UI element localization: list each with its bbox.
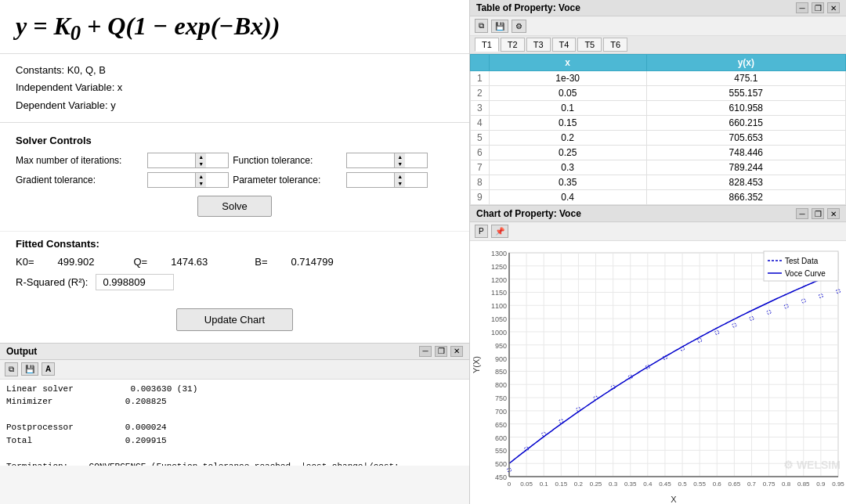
- func-tol-spinner[interactable]: ▲ ▼: [394, 153, 405, 167]
- svg-text:550: 550: [495, 447, 507, 455]
- table-minimize-btn[interactable]: ─: [796, 2, 808, 13]
- svg-text:850: 850: [495, 368, 507, 376]
- chart-minimize-btn[interactable]: ─: [796, 208, 808, 219]
- tab-t3[interactable]: T3: [526, 38, 551, 52]
- col-x-header: x: [489, 55, 646, 71]
- tab-t1[interactable]: T1: [475, 38, 499, 52]
- tab-t5[interactable]: T5: [577, 38, 602, 52]
- grad-tol-value[interactable]: 1e-10: [148, 173, 195, 187]
- grad-tol-up[interactable]: ▲: [196, 173, 206, 180]
- output-line-2: Minimizer 0.208825: [6, 395, 463, 409]
- chart-panel: Chart of Property: Voce ─ ❐ ✕ P 📌 450500…: [470, 206, 846, 504]
- output-copy-btn[interactable]: ⧉: [5, 362, 18, 376]
- chart-restore-btn[interactable]: ❐: [812, 208, 824, 219]
- table-save-btn[interactable]: 💾: [491, 20, 508, 33]
- max-iter-value[interactable]: 200: [148, 153, 195, 167]
- table-copy-btn[interactable]: ⧉: [475, 19, 488, 33]
- tab-t2[interactable]: T2: [501, 38, 525, 52]
- cell-y: 705.653: [646, 131, 845, 146]
- update-chart-button[interactable]: Update Chart: [176, 308, 293, 331]
- output-restore-btn[interactable]: ❐: [435, 346, 447, 357]
- output-line-4: Postprocessor 0.000024: [6, 421, 463, 434]
- svg-text:Y(X): Y(X): [472, 356, 481, 373]
- svg-text:700: 700: [495, 408, 507, 416]
- svg-text:600: 600: [495, 434, 507, 442]
- chart-panel-title: Chart of Property: Voce: [476, 208, 581, 219]
- param-tol-up[interactable]: ▲: [395, 173, 405, 180]
- chart-close-btn[interactable]: ✕: [827, 208, 840, 219]
- table-row: 2 0.05 555.157: [471, 86, 846, 101]
- svg-text:X: X: [671, 495, 677, 504]
- table-row: 9 0.4 866.352: [471, 190, 846, 205]
- param-tol-label: Parameter tolerance:: [233, 175, 342, 185]
- output-save-btn[interactable]: 💾: [21, 362, 38, 376]
- output-titlebar-controls: ─ ❐ ✕: [419, 346, 463, 357]
- svg-text:1300: 1300: [491, 250, 507, 257]
- max-iter-label: Max number of iterations:: [16, 155, 143, 166]
- solve-button[interactable]: Solve: [197, 196, 272, 217]
- param-tolerance-input[interactable]: 1e-8 ▲ ▼: [346, 172, 428, 188]
- svg-text:0.35: 0.35: [624, 481, 637, 488]
- k0-value: 499.902: [58, 256, 95, 268]
- func-tol-value[interactable]: 1e-9: [347, 153, 394, 167]
- func-tol-up[interactable]: ▲: [395, 153, 405, 160]
- chart-pin-btn[interactable]: 📌: [491, 225, 508, 238]
- cell-y: 660.215: [646, 116, 845, 131]
- output-minimize-btn[interactable]: ─: [419, 346, 432, 357]
- output-close-btn[interactable]: ✕: [450, 346, 463, 357]
- svg-text:0.65: 0.65: [728, 481, 741, 488]
- chart-svg: 4505005506006507007508008509009501000105…: [470, 241, 846, 504]
- max-iter-spinner[interactable]: ▲ ▼: [195, 153, 206, 167]
- row-num: 9: [471, 190, 490, 205]
- svg-text:0.6: 0.6: [713, 481, 722, 488]
- svg-text:0.5: 0.5: [678, 481, 687, 488]
- table-settings-btn[interactable]: ⚙: [512, 20, 526, 33]
- param-tol-spinner[interactable]: ▲ ▼: [394, 173, 405, 187]
- table-toolbar: ⧉ 💾 ⚙: [470, 16, 846, 36]
- tab-t4[interactable]: T4: [552, 38, 577, 52]
- max-iterations-input[interactable]: 200 ▲ ▼: [147, 153, 229, 168]
- grad-tol-down[interactable]: ▼: [196, 180, 206, 187]
- chart-titlebar: Chart of Property: Voce ─ ❐ ✕: [470, 206, 846, 222]
- output-line-5: Total 0.209915: [6, 434, 463, 448]
- chart-area: 4505005506006507007508008509009501000105…: [470, 241, 846, 504]
- svg-text:0.45: 0.45: [659, 481, 671, 488]
- solver-section: Solver Controls Max number of iterations…: [0, 123, 469, 231]
- table-restore-btn[interactable]: ❐: [812, 2, 824, 13]
- col-y-header: y(x): [646, 55, 845, 71]
- table-tabs: T1 T2 T3 T4 T5 T6: [470, 36, 846, 54]
- independent-var-label: Independent Variable: x: [16, 79, 454, 96]
- output-line-3: [6, 409, 463, 422]
- q-label: Q=: [134, 256, 148, 268]
- cell-y: 866.352: [646, 190, 845, 205]
- cell-x: 0.3: [489, 160, 646, 175]
- param-tol-value[interactable]: 1e-8: [347, 173, 394, 187]
- grad-tolerance-input[interactable]: 1e-10 ▲ ▼: [147, 172, 229, 188]
- tab-t6[interactable]: T6: [603, 38, 627, 52]
- cell-x: 0.1: [489, 101, 646, 116]
- rsquared-label: R-Squared (R²):: [16, 276, 88, 288]
- grad-tol-spinner[interactable]: ▲ ▼: [195, 173, 206, 187]
- grad-tol-label: Gradient tolerance:: [16, 175, 143, 185]
- row-num: 6: [471, 146, 490, 160]
- chart-tool-btn[interactable]: P: [475, 225, 488, 238]
- param-tol-down[interactable]: ▼: [395, 180, 405, 187]
- svg-text:1100: 1100: [491, 302, 507, 310]
- table-row: 7 0.3 789.244: [471, 160, 846, 175]
- max-iter-down[interactable]: ▼: [196, 160, 206, 167]
- svg-text:0.55: 0.55: [693, 481, 706, 488]
- fitted-section: Fitted Constants: K0= 499.902 Q= 1474.63…: [0, 231, 469, 297]
- svg-text:Voce Curve: Voce Curve: [785, 269, 826, 278]
- table-close-btn[interactable]: ✕: [827, 2, 840, 13]
- col-num-header: [471, 55, 490, 71]
- output-toolbar: ⧉ 💾 A: [0, 360, 469, 380]
- output-bold-btn[interactable]: A: [42, 362, 55, 376]
- row-num: 2: [471, 86, 490, 101]
- func-tolerance-input[interactable]: 1e-9 ▲ ▼: [346, 153, 428, 168]
- table-row: 6 0.25 748.446: [471, 146, 846, 160]
- cell-y: 748.446: [646, 146, 845, 160]
- max-iter-up[interactable]: ▲: [196, 153, 206, 160]
- func-tol-down[interactable]: ▼: [395, 160, 405, 167]
- table-titlebar: Table of Property: Voce ─ ❐ ✕: [470, 0, 846, 16]
- table-row: 4 0.15 660.215: [471, 116, 846, 131]
